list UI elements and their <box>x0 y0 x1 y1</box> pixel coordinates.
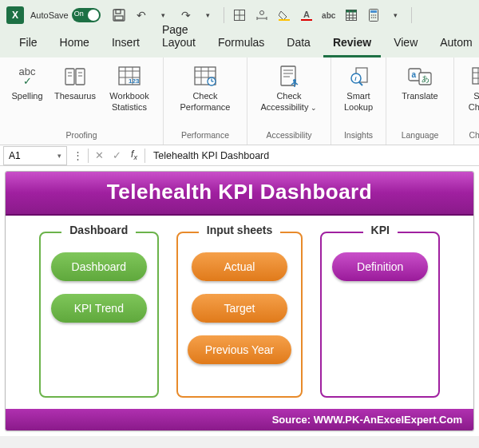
svg-rect-10 <box>279 19 290 21</box>
dashboard-body: Dashboard Dashboard KPI Trend Input shee… <box>6 216 473 409</box>
svg-text:123: 123 <box>129 77 140 85</box>
formula-options-icon[interactable]: ⋮ <box>69 146 86 165</box>
panel-input-sheets: Input sheets Actual Target Previous Year <box>176 232 303 398</box>
dashboard-button[interactable]: Dashboard <box>51 252 147 281</box>
ribbon-group-proofing: abc✓ Spelling Thesaurus 123 Workbook Sta… <box>0 57 164 145</box>
svg-point-25 <box>373 17 374 18</box>
svg-rect-28 <box>76 69 85 85</box>
show-changes-button[interactable]: Sho Chang <box>462 62 479 115</box>
ribbon-group-label: Chang <box>469 129 479 143</box>
chevron-down-icon: ▾ <box>57 152 61 160</box>
tab-file[interactable]: File <box>10 31 47 57</box>
dropdown-icon[interactable]: ▾ <box>389 8 403 22</box>
ribbon: abc✓ Spelling Thesaurus 123 Workbook Sta… <box>0 57 479 145</box>
fill-color-icon[interactable] <box>277 8 291 22</box>
enter-icon[interactable]: ✓ <box>108 146 125 165</box>
kpi-trend-button[interactable]: KPI Trend <box>51 294 147 323</box>
svg-rect-14 <box>346 10 356 13</box>
calculator-icon[interactable] <box>366 8 381 22</box>
workbook-stats-icon: 123 <box>117 64 142 89</box>
check-accessibility-button[interactable]: Check Accessibility ⌄ <box>255 62 323 115</box>
touch-mode-icon[interactable] <box>255 8 269 22</box>
ribbon-group-insights: i Smart Lookup Insights <box>331 57 386 145</box>
separator <box>144 149 145 163</box>
thesaurus-button[interactable]: Thesaurus <box>49 62 101 115</box>
panel-title: KPI <box>363 224 398 236</box>
toggle-on-icon[interactable]: On <box>72 8 101 22</box>
svg-text:あ: あ <box>422 74 430 83</box>
dashboard-title: Telehealth KPI Dashboard <box>6 172 473 216</box>
target-button[interactable]: Target <box>192 294 287 323</box>
smart-lookup-button[interactable]: i Smart Lookup <box>339 62 378 115</box>
svg-point-24 <box>370 17 372 18</box>
thesaurus-icon <box>62 64 88 89</box>
svg-point-22 <box>373 14 374 16</box>
ribbon-group-label: Accessibility <box>266 129 311 143</box>
ribbon-group-label: Proofing <box>65 129 97 143</box>
panel-title: Dashboard <box>61 224 136 236</box>
excel-logo-icon: X <box>6 6 24 24</box>
spelling-button[interactable]: abc✓ Spelling <box>8 62 46 115</box>
cancel-icon[interactable]: ✕ <box>90 146 108 165</box>
formula-bar: A1▾ ⋮ ✕ ✓ fx <box>0 145 479 166</box>
svg-rect-27 <box>65 69 74 85</box>
performance-icon <box>192 64 218 89</box>
svg-rect-20 <box>370 10 377 13</box>
svg-text:A: A <box>303 10 310 19</box>
fx-icon[interactable]: fx <box>125 146 143 165</box>
panel-dashboard: Dashboard Dashboard KPI Trend <box>39 232 159 398</box>
tab-review[interactable]: Review <box>323 31 381 57</box>
svg-rect-2 <box>115 16 123 20</box>
dashboard-card: Telehealth KPI Dashboard Dashboard Dashb… <box>5 171 474 431</box>
font-color-icon[interactable]: A <box>299 8 314 22</box>
spelling-icon: abc✓ <box>14 64 40 89</box>
spelling-icon[interactable]: abc <box>322 8 336 22</box>
borders-icon[interactable] <box>232 8 247 22</box>
name-box[interactable]: A1▾ <box>3 146 67 165</box>
save-icon[interactable] <box>112 8 126 22</box>
svg-point-6 <box>259 11 263 15</box>
formula-input[interactable] <box>147 146 479 165</box>
ribbon-group-changes: Sho Chang Chang <box>454 57 479 145</box>
smart-lookup-icon: i <box>346 64 371 89</box>
svg-text:a: a <box>412 70 417 79</box>
svg-point-26 <box>374 17 376 18</box>
separator <box>224 7 224 23</box>
tab-insert[interactable]: Insert <box>102 31 149 57</box>
ribbon-group-label: Performance <box>181 129 229 143</box>
worksheet-area[interactable]: Telehealth KPI Dashboard Dashboard Dashb… <box>0 166 479 436</box>
svg-point-21 <box>370 14 372 16</box>
panel-kpi: KPI Definition <box>320 232 440 398</box>
title-bar: X AutoSave On ↶ ▾ ↷ ▾ A abc ▾ <box>0 0 479 30</box>
svg-point-23 <box>374 14 376 16</box>
tab-formulas[interactable]: Formulas <box>208 31 274 57</box>
tab-page-layout[interactable]: Page Layout <box>152 18 205 57</box>
panel-title: Input sheets <box>199 224 280 236</box>
ribbon-group-label: Language <box>402 129 439 143</box>
separator <box>88 149 89 163</box>
ribbon-tabs: File Home Insert Page Layout Formulas Da… <box>0 30 479 57</box>
dashboard-footer: Source: WWW.PK-AnExcelExpert.Com <box>6 409 473 430</box>
tab-automate[interactable]: Autom <box>430 31 479 57</box>
translate-button[interactable]: aあ Translate <box>394 62 445 104</box>
previous-year-button[interactable]: Previous Year <box>188 335 291 364</box>
table-icon[interactable] <box>344 8 358 22</box>
check-performance-button[interactable]: Check Performance <box>172 62 239 115</box>
ribbon-group-accessibility: Check Accessibility ⌄ Accessibility <box>247 57 331 145</box>
separator <box>411 7 412 23</box>
ribbon-group-performance: Check Performance Performance <box>164 57 247 145</box>
definition-button[interactable]: Definition <box>332 252 428 281</box>
autosave-toggle[interactable]: AutoSave On <box>30 8 101 22</box>
ribbon-group-label: Insights <box>344 129 373 143</box>
undo-icon[interactable]: ↶ <box>134 8 148 22</box>
svg-rect-12 <box>301 19 312 21</box>
translate-icon: aあ <box>407 64 433 89</box>
tab-view[interactable]: View <box>384 31 427 57</box>
tab-data[interactable]: Data <box>277 31 320 57</box>
workbook-statistics-button[interactable]: 123 Workbook Statistics <box>104 62 155 115</box>
actual-button[interactable]: Actual <box>192 252 287 281</box>
tab-home[interactable]: Home <box>50 31 99 57</box>
autosave-label: AutoSave <box>30 10 69 20</box>
chevron-down-icon: ⌄ <box>311 104 317 112</box>
show-changes-icon <box>469 64 479 89</box>
